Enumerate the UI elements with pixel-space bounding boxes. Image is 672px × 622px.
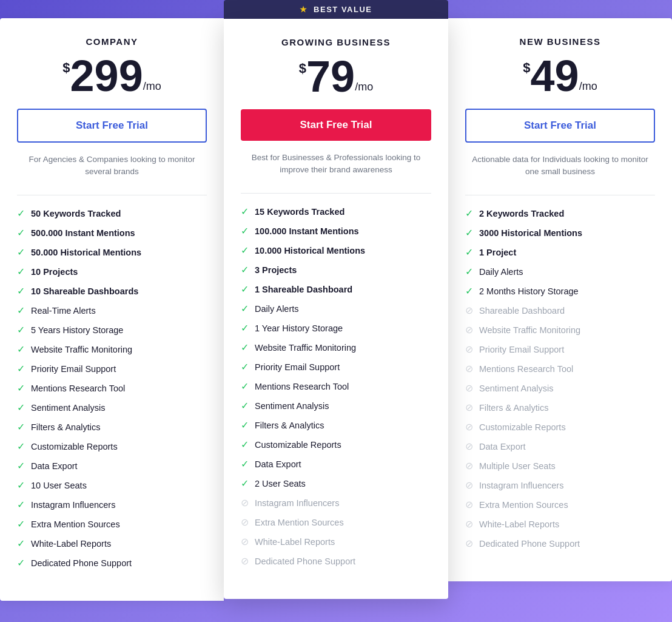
- price-dollar-growing: $: [299, 61, 306, 76]
- check-icon: ✓: [17, 538, 25, 549]
- feature-text: 50 Keywords Tracked: [31, 209, 121, 218]
- feature-text: 10 Projects: [31, 267, 78, 277]
- plan-desc-growing: Best for Businesses & Professionals look…: [241, 152, 431, 182]
- feature-text: 10 Shareable Dashboards: [31, 286, 138, 296]
- feature-text: 3 Projects: [255, 265, 297, 275]
- check-icon: ✓: [17, 518, 25, 530]
- feature-item: ✓ Daily Alerts: [465, 266, 655, 277]
- feature-text: 10.000 Historical Mentions: [255, 246, 365, 255]
- feature-list-new_business: ✓ 2 Keywords Tracked ✓ 3000 Historical M…: [465, 208, 655, 549]
- cross-icon: ⊘: [465, 538, 473, 549]
- feature-item: ✓ Data Export: [17, 460, 207, 472]
- feature-text: Customizable Reports: [255, 440, 341, 450]
- feature-text: 100.000 Instant Mentions: [255, 226, 359, 236]
- cross-icon: ⊘: [241, 536, 249, 547]
- feature-item: ✓ 50.000 Historical Mentions: [17, 246, 207, 258]
- feature-text: Website Traffic Monitoring: [479, 325, 580, 335]
- cross-icon: ⊘: [465, 421, 473, 433]
- feature-item: ✓ 1 Year History Storage: [241, 322, 431, 334]
- check-icon: ✓: [17, 421, 25, 433]
- feature-item: ✓ Sentiment Analysis: [241, 400, 431, 411]
- feature-text: White-Label Reports: [255, 537, 335, 547]
- price-mo-new_business: /mo: [579, 80, 597, 93]
- cross-icon: ⊘: [241, 497, 249, 509]
- feature-item: ⊘ Extra Mention Sources: [465, 499, 655, 510]
- feature-item: ✓ 3 Projects: [241, 264, 431, 276]
- feature-item: ✓ 10 Shareable Dashboards: [17, 285, 207, 297]
- feature-text: Dedicated Phone Support: [255, 556, 355, 566]
- feature-text: Website Traffic Monitoring: [255, 343, 356, 353]
- feature-text: Priority Email Support: [255, 362, 340, 372]
- feature-text: Sentiment Analysis: [31, 403, 106, 413]
- plan-card-new_business: NEW BUSINESS $ 49 /mo Start Free TrialAc…: [448, 18, 672, 581]
- feature-text: Data Export: [479, 442, 526, 451]
- feature-text: Data Export: [31, 461, 78, 471]
- feature-item: ✓ 2 User Seats: [241, 478, 431, 489]
- divider-new_business: [465, 195, 655, 195]
- check-icon: ✓: [17, 324, 25, 336]
- trial-btn-new_business[interactable]: Start Free Trial: [465, 109, 655, 143]
- feature-item: ⊘ Dedicated Phone Support: [241, 555, 431, 567]
- cross-icon: ⊘: [465, 441, 473, 452]
- feature-item: ✓ Customizable Reports: [241, 439, 431, 450]
- price-row-growing: $ 79 /mo: [241, 55, 431, 98]
- feature-item: ⊘ White-Label Reports: [465, 518, 655, 530]
- check-icon: ✓: [17, 363, 25, 374]
- feature-item: ✓ Website Traffic Monitoring: [17, 343, 207, 355]
- plan-name-new_business: NEW BUSINESS: [465, 36, 655, 47]
- check-icon: ✓: [17, 285, 25, 297]
- price-amount-growing: 79: [306, 55, 355, 98]
- star-icon: ★: [300, 5, 308, 14]
- plan-desc-company: For Agencies & Companies looking to moni…: [17, 154, 207, 184]
- check-icon: ✓: [465, 227, 473, 238]
- price-row-new_business: $ 49 /mo: [465, 54, 655, 98]
- feature-item: ✓ Priority Email Support: [241, 361, 431, 373]
- price-mo-company: /mo: [143, 80, 161, 93]
- feature-text: Filters & Analytics: [255, 421, 324, 430]
- feature-text: Data Export: [255, 459, 301, 469]
- feature-item: ✓ Filters & Analytics: [241, 419, 431, 431]
- feature-item: ✓ 1 Shareable Dashboard: [241, 283, 431, 295]
- feature-item: ✓ Sentiment Analysis: [17, 402, 207, 413]
- feature-item: ✓ 2 Keywords Tracked: [465, 208, 655, 219]
- cross-icon: ⊘: [241, 555, 249, 567]
- feature-item: ✓ Filters & Analytics: [17, 421, 207, 433]
- feature-item: ✓ Daily Alerts: [241, 303, 431, 314]
- feature-text: Mentions Research Tool: [479, 364, 573, 374]
- check-icon: ✓: [17, 266, 25, 277]
- feature-text: White-Label Reports: [479, 519, 559, 529]
- feature-text: Filters & Analytics: [479, 403, 548, 413]
- feature-list-growing: ✓ 15 Keywords Tracked ✓ 100.000 Instant …: [241, 206, 431, 567]
- cross-icon: ⊘: [465, 305, 473, 316]
- trial-btn-growing[interactable]: Start Free Trial: [241, 109, 431, 141]
- feature-text: Customizable Reports: [31, 442, 118, 451]
- feature-text: 15 Keywords Tracked: [255, 207, 344, 217]
- feature-item: ⊘ White-Label Reports: [241, 536, 431, 547]
- feature-text: Extra Mention Sources: [31, 519, 120, 529]
- feature-text: Shareable Dashboard: [479, 306, 565, 316]
- check-icon: ✓: [241, 400, 249, 411]
- feature-text: 5 Years History Storage: [31, 325, 123, 335]
- feature-item: ✓ 10 Projects: [17, 266, 207, 277]
- feature-text: Instagram Influencers: [31, 500, 115, 510]
- feature-text: 1 Shareable Dashboard: [255, 285, 352, 294]
- plan-desc-new_business: Actionable data for Individuals looking …: [465, 154, 655, 184]
- check-icon: ✓: [241, 478, 249, 489]
- feature-text: White-Label Reports: [31, 539, 111, 549]
- check-icon: ✓: [241, 361, 249, 373]
- check-icon: ✓: [241, 264, 249, 276]
- feature-text: 50.000 Historical Mentions: [31, 248, 141, 257]
- check-icon: ✓: [465, 285, 473, 297]
- feature-item: ✓ Customizable Reports: [17, 441, 207, 452]
- check-icon: ✓: [17, 499, 25, 510]
- price-amount-company: 299: [70, 54, 143, 98]
- feature-item: ⊘ Filters & Analytics: [465, 402, 655, 413]
- plan-name-company: COMPANY: [17, 36, 207, 47]
- feature-text: 1 Year History Storage: [255, 323, 343, 333]
- check-icon: ✓: [17, 208, 25, 219]
- feature-list-company: ✓ 50 Keywords Tracked ✓ 500.000 Instant …: [17, 208, 207, 569]
- feature-item: ⊘ Instagram Influencers: [241, 497, 431, 509]
- feature-item: ✓ Extra Mention Sources: [17, 518, 207, 530]
- trial-btn-company[interactable]: Start Free Trial: [17, 109, 207, 143]
- cross-icon: ⊘: [465, 460, 473, 472]
